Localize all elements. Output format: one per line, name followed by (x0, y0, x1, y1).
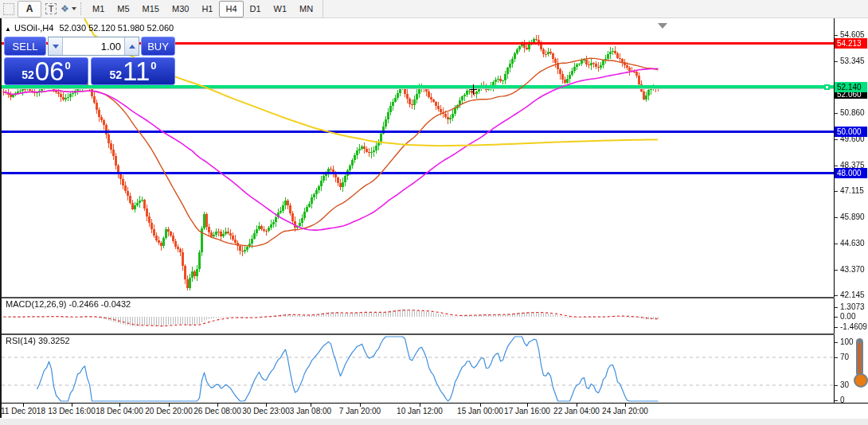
price-axis-label: 42.145 (840, 290, 865, 299)
sell-button[interactable]: SELL (4, 37, 46, 56)
timeframe-w1[interactable]: W1 (268, 1, 294, 18)
window-left-border (0, 18, 2, 418)
arrow-tool-button[interactable]: A (18, 1, 41, 18)
time-axis-label: 7 Jan 20:00 (339, 407, 381, 415)
price-axis-label-tick (835, 139, 838, 140)
time-axis-label: 10 Jan 12:00 (397, 407, 443, 415)
price-axis-label-tick (835, 191, 838, 192)
thermometer-icon (853, 338, 867, 391)
triangle-up-icon (129, 45, 135, 49)
text-tool-button[interactable]: T (43, 2, 59, 17)
price-axis-label: 45.890 (840, 212, 865, 221)
buy-price-prefix: 52 (109, 68, 122, 81)
shapes-dropdown-button[interactable]: ❖ (61, 2, 76, 17)
triangle-down-icon (53, 45, 59, 49)
toolbar: A T ❖ M1M5M15M30H1H4D1W1MN (0, 0, 868, 18)
price-axis-label-tick (835, 217, 838, 218)
rsi-axis-label: 70 (840, 353, 849, 361)
cursor-cross-marker (470, 89, 477, 90)
rsi-axis-label-tick (835, 400, 838, 401)
sell-price-big: 06 (35, 59, 65, 84)
timeframe-m15[interactable]: M15 (136, 1, 166, 18)
sell-price-display[interactable]: 52 06 0 (4, 57, 88, 85)
chart-title: ▲USOil-,H452.030 52.120 51.980 52.060 (5, 23, 174, 33)
price-axis-label: 43.370 (840, 265, 865, 274)
price-axis-label-tick (835, 244, 838, 244)
buy-button[interactable]: BUY (141, 37, 175, 56)
price-axis-label: 47.115 (840, 186, 864, 195)
macd-axis-label: 1.3073 (840, 302, 865, 311)
rsi-axis-label: 100 (840, 337, 854, 346)
timeframe-h4[interactable]: H4 (219, 1, 243, 18)
time-axis-label: 22 Jan 04:00 (553, 407, 600, 415)
timeframe-m5[interactable]: M5 (111, 1, 135, 18)
time-axis-label: 18 Dec 04:00 (96, 407, 143, 415)
price-axis-label-tick (835, 113, 838, 114)
text-tool-icon: T (45, 3, 57, 14)
status-strip (0, 419, 868, 425)
rsi-axis-label-tick (835, 357, 838, 358)
volume-spinner (48, 37, 139, 56)
volume-increase-button[interactable] (124, 37, 139, 55)
macd-axis-label-tick (835, 327, 838, 328)
macd-axis-label: 0.00 (840, 312, 855, 321)
price-axis-label: 53.345 (840, 57, 865, 65)
chevron-down-icon (72, 7, 76, 10)
time-axis[interactable]: 11 Dec 201813 Dec 16:0018 Dec 04:0020 De… (0, 403, 868, 419)
price-badge-50.000: 50.000 (835, 127, 867, 137)
timeframe-mn[interactable]: MN (293, 1, 319, 18)
time-axis-label: 11 Dec 2018 (1, 407, 45, 415)
rsi-panel-header: RSI(14) 39.3252 (6, 336, 70, 345)
price-axis-label: 50.860 (840, 108, 865, 117)
one-click-collapse-arrow[interactable]: ▲ (5, 25, 11, 33)
time-axis-label: 13 Dec 16:00 (48, 407, 96, 415)
buy-price-display[interactable]: 52 11 0 (91, 57, 175, 85)
time-axis-label: 24 Jan 20:00 (602, 407, 648, 415)
price-badge-48.000: 48.000 (835, 168, 867, 178)
macd-axis-label-tick (835, 307, 838, 308)
chart-shift-triangle-icon[interactable] (658, 23, 667, 29)
macd-panel-header: MACD(12,26,9) -0.2466 -0.0432 (6, 299, 131, 309)
rsi-axis-label-tick (835, 342, 838, 343)
sell-price-sup: 0 (65, 60, 71, 72)
chart-symbol-label: USOil-,H4 (14, 23, 54, 33)
thermometer-core (858, 343, 861, 376)
price-badge-52.140: 52.140 (835, 82, 867, 92)
price-badge-54.213: 54.213 (835, 38, 867, 49)
volume-input[interactable] (63, 37, 124, 55)
time-axis-label: 3 Jan 08:00 (290, 407, 331, 415)
price-axis-label-tick (835, 270, 838, 271)
macd-axis-label-tick (835, 317, 838, 318)
rsi-axis-label-tick (835, 385, 838, 386)
volume-decrease-button[interactable] (49, 37, 63, 55)
timeframe-h1[interactable]: H1 (195, 1, 219, 18)
one-click-trading-panel: SELL BUY 52 06 0 52 11 0 (4, 37, 175, 85)
timeframe-d1[interactable]: D1 (244, 1, 268, 18)
chart-ohlc-label: 52.030 52.120 51.980 52.060 (59, 23, 174, 33)
sell-price-prefix: 52 (22, 68, 34, 81)
price-axis-label-tick (835, 35, 838, 36)
price-axis-label: 44.630 (840, 239, 865, 248)
thermometer-bulb (854, 373, 868, 388)
timeframe-group: M1M5M15M30H1H4D1W1MN (86, 1, 319, 18)
price-axis-label-tick (835, 166, 838, 166)
toolbar-separator (80, 2, 81, 15)
timeframe-m30[interactable]: M30 (166, 1, 195, 18)
price-axis-label-tick (835, 295, 838, 296)
toolbar-grip-icon[interactable] (3, 3, 14, 15)
time-axis-label: 30 Dec 23:00 (242, 407, 290, 415)
buy-price-big: 11 (123, 59, 150, 84)
buy-price-sup: 0 (151, 60, 156, 72)
time-axis-label: 20 Dec 20:00 (145, 407, 193, 415)
time-axis-label: 26 Dec 08:00 (194, 407, 241, 415)
time-axis-label: 17 Jan 16:00 (504, 407, 550, 415)
macd-panel-separator[interactable] (0, 297, 868, 298)
rsi-panel-separator[interactable] (0, 333, 868, 335)
shapes-icon: ❖ (61, 3, 69, 14)
price-axis-label-tick (835, 61, 838, 62)
rsi-axis-label: 30 (840, 380, 849, 389)
timeframe-m1[interactable]: M1 (86, 1, 111, 18)
macd-axis-label: -1.4609 (840, 322, 867, 331)
time-axis-label: 15 Jan 00:00 (457, 407, 503, 415)
toolbar-separator (323, 0, 323, 18)
